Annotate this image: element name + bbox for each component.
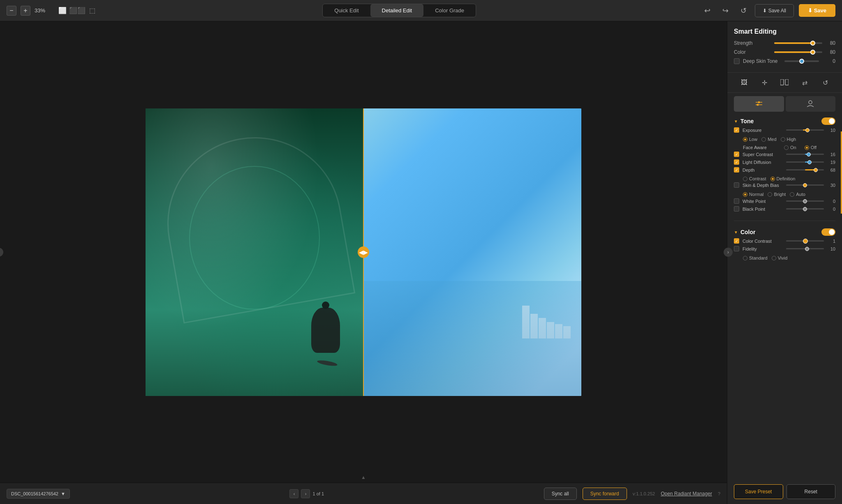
black-point-slider[interactable]: [786, 208, 824, 209]
svg-point-5: [756, 104, 759, 106]
skin-normal-option[interactable]: Normal: [743, 192, 763, 197]
color-label: Color: [734, 49, 771, 55]
undo-button[interactable]: ↩: [701, 4, 714, 17]
depth-slider[interactable]: [786, 169, 824, 170]
fidelity-checkbox[interactable]: [734, 246, 739, 251]
depth-value: 68: [826, 168, 835, 173]
zoom-out-button[interactable]: −: [7, 6, 16, 16]
zoom-in-button[interactable]: +: [21, 6, 30, 16]
fidelity-label: Fidelity: [743, 246, 784, 251]
topbar-right: ↩ ↪ ↺ ⬇ Save All ⬇ Save: [701, 4, 835, 17]
light-diffusion-label: Light Diffusion: [743, 160, 784, 165]
page-prev-button[interactable]: ‹: [289, 489, 298, 498]
exposure-row: Exposure 10: [734, 127, 835, 133]
fidelity-sub-row: Standard Vivid: [734, 254, 835, 262]
tone-section-header[interactable]: ▼ Tone: [727, 113, 842, 127]
exposure-label: Exposure: [743, 128, 784, 133]
tab-sliders[interactable]: [734, 96, 784, 112]
color-value: 80: [826, 49, 835, 55]
super-contrast-slider[interactable]: [786, 154, 824, 155]
single-view-icon[interactable]: ⬜: [57, 5, 68, 16]
flip-tool-icon[interactable]: ⇄: [798, 76, 812, 89]
image-tool-icon[interactable]: 🖼: [738, 76, 751, 89]
reset-button[interactable]: Reset: [786, 484, 836, 499]
surfer: [311, 308, 340, 353]
save-preset-button[interactable]: Save Preset: [734, 484, 783, 499]
svg-rect-1: [785, 79, 789, 85]
filename-badge[interactable]: DSC_00015614276542 ▼: [7, 489, 70, 499]
fidelity-vivid-radio: [772, 256, 776, 260]
tone-toggle-switch[interactable]: [821, 117, 835, 125]
save-all-button[interactable]: ⬇ Save All: [755, 4, 794, 17]
page-next-button[interactable]: ›: [301, 489, 310, 498]
color-section-content: Color Contrast 1 Fidelity 10: [727, 238, 842, 265]
light-diffusion-checkbox[interactable]: [734, 159, 739, 165]
exposure-value: 10: [826, 128, 835, 133]
crop-tool-icon[interactable]: ✛: [758, 76, 771, 89]
light-diffusion-slider[interactable]: [786, 161, 824, 163]
save-button[interactable]: ⬇ Save: [799, 4, 835, 17]
depth-checkbox[interactable]: [734, 167, 739, 173]
skin-auto-option[interactable]: Auto: [790, 192, 805, 197]
white-point-checkbox[interactable]: [734, 198, 739, 204]
tab-color-grade[interactable]: Color Grade: [423, 4, 476, 17]
skin-depth-bias-slider[interactable]: [786, 184, 824, 186]
color-contrast-row: Color Contrast 1: [734, 238, 835, 244]
split-view-icon[interactable]: ⬛⬛: [72, 5, 83, 16]
exposure-checkbox[interactable]: [734, 127, 739, 133]
strength-slider[interactable]: [774, 42, 822, 44]
tab-portrait[interactable]: [786, 96, 836, 112]
deep-skin-value: 0: [826, 58, 835, 64]
filename: DSC_00015614276542: [11, 491, 58, 496]
tone-section-content: Exposure 10 Low Med Hig: [727, 127, 842, 217]
deep-skin-checkbox[interactable]: [734, 58, 740, 64]
canvas-scroll-arrow: ▲: [361, 474, 366, 480]
super-contrast-checkbox[interactable]: [734, 152, 739, 157]
split-handle[interactable]: ◀▶: [358, 246, 369, 258]
color-slider[interactable]: [774, 51, 822, 53]
open-radiant-link[interactable]: Open Radiant Manager: [661, 491, 712, 497]
fidelity-slider[interactable]: [786, 248, 824, 249]
exposure-low-option[interactable]: Low: [743, 137, 757, 142]
face-aware-on-option[interactable]: On: [784, 145, 796, 150]
depth-contrast-option[interactable]: Contrast: [743, 176, 766, 181]
bottom-right: Sync all Sync forward v:1.1.0.252 Open R…: [544, 488, 720, 500]
nav-arrow-right[interactable]: ›: [724, 248, 733, 257]
compare-view-icon[interactable]: ⬚: [86, 5, 98, 16]
tab-detailed-edit[interactable]: Detailed Edit: [370, 4, 424, 17]
exposure-high-option[interactable]: High: [781, 137, 796, 142]
color-toggle-switch[interactable]: [821, 228, 835, 236]
panel-title: Smart Editing: [727, 21, 842, 40]
sync-all-button[interactable]: Sync all: [544, 488, 577, 500]
white-point-row: White Point 0: [734, 198, 835, 204]
depth-definition-option[interactable]: Definition: [770, 176, 796, 181]
color-contrast-slider[interactable]: [786, 240, 824, 242]
help-icon[interactable]: ?: [718, 491, 720, 496]
refresh-button[interactable]: ↺: [737, 4, 750, 17]
nav-arrow-left[interactable]: ‹: [0, 248, 3, 257]
smart-editing-section: Strength 80 Color 80 Deep Skin Tone: [727, 40, 842, 72]
color-section-title: Color: [740, 229, 821, 235]
filename-dropdown-icon[interactable]: ▼: [61, 491, 65, 496]
exposure-med-option[interactable]: Med: [761, 137, 776, 142]
sync-forward-button[interactable]: Sync forward: [583, 488, 627, 500]
skin-depth-bias-checkbox[interactable]: [734, 182, 739, 188]
exposure-slider[interactable]: [786, 129, 824, 131]
white-point-slider[interactable]: [786, 200, 824, 202]
color-contrast-checkbox[interactable]: [734, 238, 739, 244]
topbar-left: − + 33% ⬜ ⬛⬛ ⬚: [7, 5, 98, 16]
deep-skin-slider[interactable]: [784, 60, 819, 62]
divider-1: [734, 221, 835, 221]
color-section-header[interactable]: ▼ Color: [727, 224, 842, 238]
compare-tool-icon[interactable]: [778, 76, 791, 89]
redo-button[interactable]: ↪: [719, 4, 732, 17]
reset-tool-icon[interactable]: ↺: [819, 76, 832, 89]
depth-row: Depth 68: [734, 167, 835, 173]
face-aware-off-option[interactable]: Off: [805, 145, 817, 150]
edit-tabs: Quick Edit Detailed Edit Color Grade: [322, 4, 476, 17]
tab-quick-edit[interactable]: Quick Edit: [323, 4, 370, 17]
skin-bright-option[interactable]: Bright: [768, 192, 786, 197]
black-point-checkbox[interactable]: [734, 206, 739, 212]
fidelity-standard-option[interactable]: Standard: [743, 255, 768, 260]
fidelity-vivid-option[interactable]: Vivid: [772, 255, 788, 260]
